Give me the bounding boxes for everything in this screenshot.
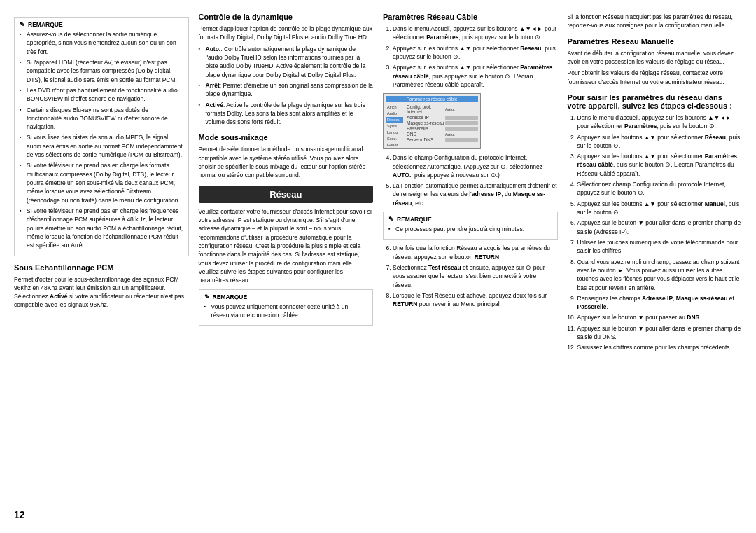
list-item: Dans le champ Configuration du protocole…	[393, 153, 558, 179]
screen-row-config: Config. prot. Internet Auto.	[407, 104, 478, 114]
remarque-label-1: REMARQUE	[28, 21, 63, 28]
screen-row-dns: DNS Auto.	[407, 132, 478, 137]
remarque-box-3: ✎ REMARQUE Ce processus peut prendre jus…	[383, 212, 558, 240]
list-item: Si votre téléviseur ne prend pas en char…	[20, 207, 183, 250]
remarque-box-2: ✎ REMARQUE Vous pouvez uniquement connec…	[199, 289, 374, 326]
parametres-reseau-cable-list-cont: Dans le champ Configuration du protocole…	[383, 153, 558, 207]
list-item: Dans le menu Accueil, appuyez sur les bo…	[393, 25, 558, 42]
remarque-label-2: REMARQUE	[213, 293, 248, 300]
sous-echantillonnage-section: Sous Echantillonnage PCM Permet d'opter …	[14, 263, 189, 310]
remarque-title-3: ✎ REMARQUE	[388, 216, 552, 223]
column-3: Paramètres Réseau Câble Dans le menu Acc…	[383, 13, 558, 520]
list-item: Appuyez sur les boutons ▲▼ pour sélectio…	[578, 152, 743, 178]
parametres-reseau-manuelle-section: Paramètres Réseau Manuelle Avant de débu…	[568, 37, 743, 67]
pour-saisir-title: Pour saisir les paramètres du réseau dan…	[568, 93, 743, 110]
controle-dynamique-section: Contrôle de la dynamique Permet d'appliq…	[199, 13, 374, 126]
screen-row-ip: Adresse IP	[407, 115, 478, 120]
parametres-reseau-cable-title: Paramètres Réseau Câble	[383, 13, 558, 21]
sidebar-assit: Assit	[386, 148, 403, 149]
remarque-label-3: REMARQUE	[397, 216, 432, 223]
reseau-banner: Réseau	[199, 186, 374, 203]
list-item: Ce processus peut prendre jusqu'à cinq m…	[388, 225, 552, 233]
parametres-reseau-manuelle-title: Paramètres Réseau Manuelle	[568, 37, 743, 46]
list-item: Les DVD n'ont pas habituellement de fonc…	[20, 86, 183, 104]
screen-label: Config. prot. Internet	[407, 104, 445, 114]
sidebar-langue: Langu	[386, 130, 403, 135]
remarque-icon-1: ✎	[20, 21, 25, 28]
mode-sous-mixage-title: Mode sous-mixage	[199, 133, 374, 141]
list-item: Sélectionnez champ Configuration du prot…	[578, 180, 743, 198]
sidebar-systeme: Systè	[386, 123, 403, 129]
sidebar-audio: Audio	[386, 111, 403, 116]
list-item: Appuyez sur les boutons ▲▼ pour sélectio…	[578, 133, 743, 151]
list-item: Appuyez sur les boutons ▲▼ pour sélectio…	[393, 63, 558, 89]
screen-row-serveur: Serveur DNS	[407, 137, 478, 142]
remarque-list-2: Vous pouvez uniquement connecter cette u…	[204, 303, 368, 320]
list-item: Saisissez les chiffres comme pour les ch…	[578, 343, 743, 352]
list-item: Renseignez les champs Adresse IP, Masque…	[578, 294, 743, 312]
controle-dynamique-list: Auto.: Contrôle automatiquement la plage…	[199, 45, 374, 127]
screen-content-area: Config. prot. Internet Auto. Adresse IP …	[407, 104, 478, 149]
remarque-title-2: ✎ REMARQUE	[204, 293, 368, 300]
screen-title: Paramètres réseau câblé	[386, 96, 478, 102]
screen-value	[445, 116, 478, 120]
list-item: Sélectionnez Test réseau et ensuite, app…	[393, 263, 558, 289]
sidebar-general: Génér	[386, 142, 403, 148]
screen-value	[445, 127, 478, 131]
list-item: Activé: Active le contrôle de la plage d…	[199, 101, 374, 127]
controle-dynamique-intro: Permet d'appliquer l'option de contrôle …	[199, 25, 374, 42]
list-item: Lorsque le Test Réseau est achevé, appuy…	[393, 291, 558, 309]
list-item: La Fonction automatique permet automatiq…	[393, 181, 558, 207]
screen-label: Passerelle	[407, 126, 445, 131]
parametres-reseau-cable-list-end: Une fois que la fonction Réseau a acquis…	[383, 244, 558, 308]
list-item: Quand vous avez rempli un champ, passez …	[578, 258, 743, 292]
pour-saisir-list: Dans le menu d'accueil, appuyez sur les …	[568, 113, 743, 352]
list-item: Appuyez sur le bouton ▼ pour aller dans …	[578, 324, 743, 342]
parametres-reseau-manuelle-intro: Avant de débuter la configuration réseau…	[568, 49, 743, 67]
parametres-reseau-cable-list: Dans le menu Accueil, appuyez sur les bo…	[383, 25, 558, 89]
list-item: Vous pouvez uniquement connecter cette u…	[204, 303, 368, 320]
screen-parametres-reseau: Paramètres réseau câblé Affich Audio Rés…	[383, 93, 481, 149]
screen-value	[445, 121, 478, 125]
obtenir-valeurs-text: Pour obtenir les valeurs de réglage rése…	[568, 69, 743, 86]
screen-row-masque: Masque ss-réseau	[407, 120, 478, 125]
reseau-intro-text: Veuillez contacter votre fournisseur d'a…	[199, 207, 374, 285]
screen-label: DNS	[407, 132, 445, 137]
mode-sous-mixage-text: Permet de sélectionner la méthode du sou…	[199, 145, 374, 179]
reseau-no-params-text: Si la fonction Réseau n'acquiert pas les…	[568, 13, 743, 30]
remarque-list-1: Assurez-vous de sélectionner la sortie n…	[20, 30, 183, 250]
list-item: Certains disques Blu-ray ne sont pas dot…	[20, 106, 183, 132]
screen-sidebar: Affich Audio Réseau Systè Langu Sécu. Gé…	[386, 104, 405, 149]
remarque-icon-3: ✎	[388, 216, 394, 223]
list-item: Utilisez les touches numériques de votre…	[578, 238, 743, 256]
sous-echantillonnage-title: Sous Echantillonnage PCM	[14, 263, 189, 272]
screen-label: Serveur DNS	[407, 137, 445, 142]
screen-row-passerelle: Passerelle	[407, 126, 478, 131]
list-item: Assurez-vous de sélectionner la sortie n…	[20, 30, 183, 56]
controle-dynamique-title: Contrôle de la dynamique	[199, 13, 374, 21]
screen-label: Masque ss-réseau	[407, 120, 445, 125]
column-1: ✎ REMARQUE Assurez-vous de sélectionner …	[14, 13, 189, 520]
list-item: Appuyez sur les boutons ▲▼ pour sélectio…	[393, 44, 558, 62]
screen-value	[445, 138, 478, 142]
sidebar-affich: Affich	[386, 104, 403, 110]
parametres-reseau-cable-section: Paramètres Réseau Câble Dans le menu Acc…	[383, 13, 558, 309]
remarque-box-1: ✎ REMARQUE Assurez-vous de sélectionner …	[14, 17, 189, 256]
list-item: Arrêt: Permet d'émettre un son original …	[199, 81, 374, 99]
list-item: Dans le menu d'accueil, appuyez sur les …	[578, 113, 743, 131]
list-item: Auto.: Contrôle automatiquement la plage…	[199, 45, 374, 79]
pour-saisir-section: Pour saisir les paramètres du réseau dan…	[568, 93, 743, 352]
page-number: 12	[14, 509, 25, 520]
sous-echantillonnage-text: Permet d'opter pour le sous-échantillonn…	[14, 275, 189, 310]
list-item: Appuyez sur les boutons ▲▼ pour sélectio…	[578, 200, 743, 217]
list-item: Appuyez sur le bouton ▼ pour passer au D…	[578, 313, 743, 321]
list-item: Une fois que la fonction Réseau a acquis…	[393, 244, 558, 261]
column-2: Contrôle de la dynamique Permet d'appliq…	[199, 13, 374, 520]
remarque-title-1: ✎ REMARQUE	[20, 21, 183, 28]
remarque-icon-2: ✎	[204, 293, 210, 300]
list-item: Appuyez sur le bouton ▼ pour aller dans …	[578, 219, 743, 236]
column-4: Si la fonction Réseau n'acquiert pas les…	[568, 13, 743, 520]
screen-label: Adresse IP	[407, 115, 445, 120]
mode-sous-mixage-section: Mode sous-mixage Permet de sélectionner …	[199, 133, 374, 179]
remarque-list-3: Ce processus peut prendre jusqu'à cinq m…	[388, 225, 552, 233]
